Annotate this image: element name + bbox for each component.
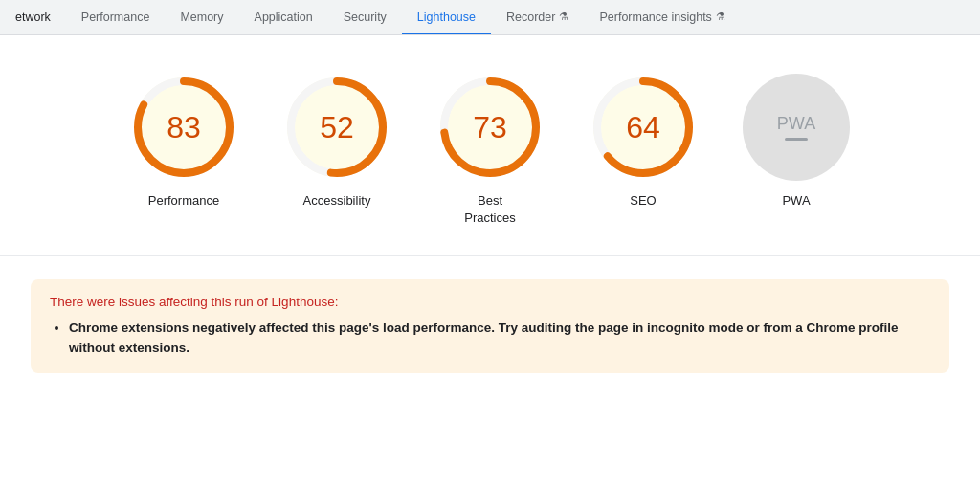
score-item-performance: 83 Performance	[130, 74, 237, 227]
score-label-accessibility: Accessibility	[303, 192, 371, 210]
tab-performance-insights[interactable]: Performance insights ⚗	[584, 1, 740, 35]
score-value-accessibility: 52	[320, 110, 354, 145]
tab-performance[interactable]: Performance	[66, 1, 166, 35]
tab-security-label: Security	[344, 11, 387, 24]
score-value-best-practices: 73	[473, 110, 507, 145]
warning-list: Chrome extensions negatively affected th…	[50, 319, 930, 358]
scores-section: 83 Performance 52 Accessibility	[0, 35, 980, 256]
tab-network-label: etwork	[15, 11, 51, 24]
tab-security[interactable]: Security	[328, 1, 402, 35]
score-item-pwa: PWA PWA	[743, 74, 850, 227]
tab-lighthouse-label: Lighthouse	[417, 11, 476, 24]
score-label-performance: Performance	[148, 192, 219, 210]
tab-network[interactable]: etwork	[0, 1, 66, 35]
perf-insights-flask-icon: ⚗	[716, 11, 725, 23]
score-item-accessibility: 52 Accessibility	[283, 74, 390, 227]
tab-lighthouse[interactable]: Lighthouse	[402, 1, 491, 35]
score-circle-accessibility: 52	[283, 74, 390, 181]
pwa-dash-icon	[785, 138, 808, 141]
recorder-flask-icon: ⚗	[559, 11, 568, 23]
tab-performance-label: Performance	[81, 11, 150, 24]
tab-application[interactable]: Application	[239, 1, 328, 35]
tab-memory-label: Memory	[180, 11, 223, 24]
main-content: 83 Performance 52 Accessibility	[0, 35, 980, 373]
score-circle-seo: 64	[590, 74, 697, 181]
pwa-label: PWA	[777, 114, 815, 134]
tab-recorder[interactable]: Recorder ⚗	[491, 1, 584, 35]
score-value-seo: 64	[626, 110, 660, 145]
score-item-seo: 64 SEO	[590, 74, 697, 227]
score-label-seo: SEO	[630, 192, 656, 210]
score-label-pwa: PWA	[782, 192, 810, 210]
score-circle-best-practices: 73	[436, 74, 544, 181]
pwa-inner: PWA	[777, 114, 815, 141]
tab-recorder-label: Recorder	[506, 11, 555, 24]
tab-application-label: Application	[255, 11, 313, 24]
warning-box: There were issues affecting this run of …	[31, 279, 949, 373]
score-value-performance: 83	[167, 110, 201, 145]
warning-item: Chrome extensions negatively affected th…	[69, 319, 930, 358]
tab-performance-insights-label: Performance insights	[599, 11, 711, 24]
score-item-best-practices: 73 BestPractices	[436, 74, 544, 227]
warning-title: There were issues affecting this run of …	[50, 295, 930, 309]
tab-memory[interactable]: Memory	[165, 1, 238, 35]
score-label-best-practices: BestPractices	[464, 192, 515, 227]
score-circle-pwa: PWA	[743, 74, 850, 181]
score-circle-performance: 83	[130, 74, 237, 181]
dev-tools-nav: etwork Performance Memory Application Se…	[0, 0, 980, 35]
